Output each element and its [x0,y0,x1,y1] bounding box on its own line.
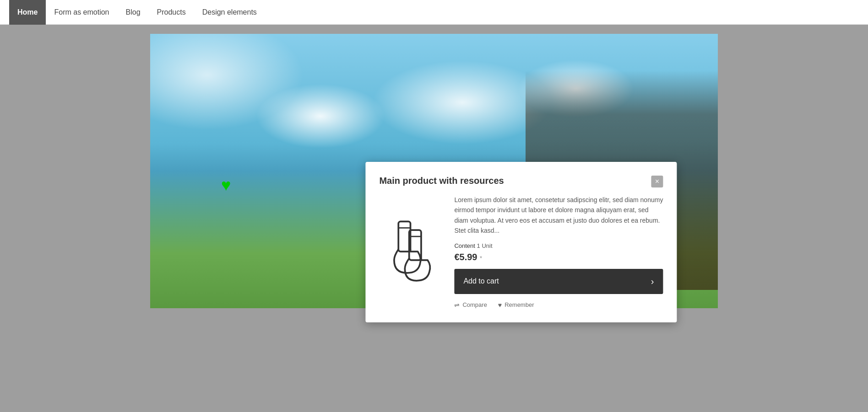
nav-form-as-emotion[interactable]: Form as emotion [46,0,117,25]
nav-design-elements[interactable]: Design elements [194,0,265,25]
nav-products[interactable]: Products [149,0,194,25]
compare-icon: ⇌ [454,301,460,309]
modal-info: Lorem ipsum dolor sit amet, consetetur s… [454,195,663,309]
page-wrapper: ♥ ★ Main product with resources × [0,25,868,317]
compare-link[interactable]: ⇌ Compare [454,301,487,309]
heart-action-icon: ♥ [498,301,502,309]
product-modal: Main product with resources × [365,162,677,322]
nav-home[interactable]: Home [9,0,46,25]
compare-label: Compare [462,301,487,308]
remember-link[interactable]: ♥ Remember [498,301,534,309]
nav-blog[interactable]: Blog [118,0,149,25]
modal-body: Lorem ipsum dolor sit amet, consetetur s… [379,195,663,309]
product-image [379,195,443,309]
modal-actions: ⇌ Compare ♥ Remember [454,301,663,309]
cart-arrow-icon: › [651,276,654,287]
modal-title: Main product with resources [379,176,504,186]
modal-price: €5.99 * [454,252,663,262]
modal-content-info: Content 1 Unit [454,242,663,249]
add-to-cart-label: Add to cart [463,277,499,285]
modal-close-button[interactable]: × [651,176,663,187]
main-navigation: Home Form as emotion Blog Products Desig… [0,0,868,25]
hero-container: ♥ ★ Main product with resources × [150,34,718,308]
add-to-cart-button[interactable]: Add to cart › [454,269,663,294]
socks-svg-icon [384,217,439,286]
modal-description: Lorem ipsum dolor sit amet, consetetur s… [454,195,663,236]
modal-header: Main product with resources × [379,176,663,187]
heart-icon: ♥ [221,176,231,195]
remember-label: Remember [505,301,534,308]
